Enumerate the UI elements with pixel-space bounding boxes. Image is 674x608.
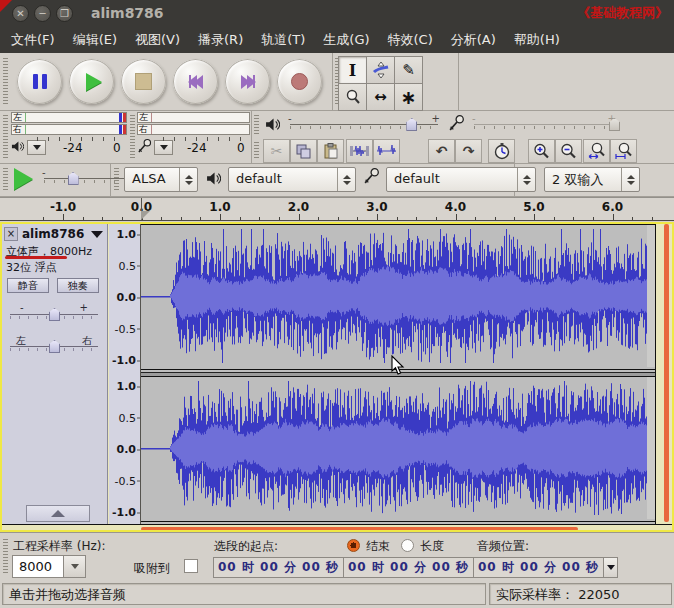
ruler-tick bbox=[43, 217, 44, 220]
selection-start-label: 选段的起点: bbox=[214, 538, 278, 555]
output-volume-thumb[interactable] bbox=[406, 118, 417, 131]
paste-button[interactable] bbox=[317, 139, 344, 163]
transcription-toolbar-grip[interactable] bbox=[2, 165, 9, 194]
record-button[interactable] bbox=[277, 59, 322, 104]
ruler-tick bbox=[436, 217, 437, 220]
ruler-tick bbox=[397, 217, 398, 220]
tools-toolbar: I ✎ ↔ ∗ bbox=[339, 57, 423, 111]
input-channels-combo[interactable]: 2 双输入 bbox=[544, 167, 640, 192]
radio-end[interactable] bbox=[347, 539, 360, 552]
play-speed-slider[interactable]: - + bbox=[44, 170, 136, 186]
redo-button[interactable]: ↷ bbox=[455, 139, 482, 163]
cut-button[interactable]: ✂ bbox=[263, 139, 290, 163]
ruler-tick bbox=[299, 214, 300, 220]
zoom-in-button[interactable] bbox=[528, 139, 555, 163]
output-volume-slider[interactable]: - + bbox=[290, 116, 438, 132]
snap-to-checkbox[interactable] bbox=[184, 559, 198, 573]
timeline-ruler[interactable]: -1.00.01.02.03.04.05.06.0 bbox=[0, 197, 674, 221]
ruler-tick bbox=[416, 217, 417, 220]
project-rate-combo[interactable]: 8000 bbox=[12, 555, 86, 578]
project-rate-value[interactable]: 8000 bbox=[12, 555, 64, 578]
spin-arrows-icon[interactable] bbox=[517, 168, 535, 191]
menu-effect[interactable]: 特效(C) bbox=[379, 27, 442, 53]
microphone-icon bbox=[448, 114, 465, 132]
project-rate-dropdown[interactable] bbox=[64, 555, 86, 578]
record-meter-left-bar: 左 bbox=[137, 112, 250, 123]
time-dropdown-icon[interactable] bbox=[603, 558, 617, 577]
copy-button[interactable] bbox=[290, 139, 317, 163]
record-meter-scale: -24 0 bbox=[137, 136, 250, 158]
time-shift-tool-button[interactable]: ↔ bbox=[366, 83, 395, 111]
record-meter-grip[interactable] bbox=[129, 112, 136, 162]
output-device-combo[interactable]: default bbox=[228, 167, 356, 192]
audio-host-combo[interactable]: ALSA bbox=[124, 167, 198, 192]
ruler-tick bbox=[573, 217, 574, 220]
paste-icon bbox=[323, 143, 338, 159]
audacity-window: ✕ ─ ❐ alim8786 《基础教程网》 文件(F) 编辑(E) 视图(V)… bbox=[0, 0, 674, 608]
ruler-tick bbox=[220, 214, 221, 220]
speaker-icon bbox=[11, 140, 24, 153]
radio-length[interactable] bbox=[401, 539, 414, 552]
pause-button[interactable] bbox=[17, 59, 62, 104]
undo-icon: ↶ bbox=[436, 143, 448, 159]
zoom-out-button[interactable] bbox=[555, 139, 582, 163]
close-window-button[interactable]: ✕ bbox=[12, 5, 29, 22]
play-at-speed-button[interactable] bbox=[14, 168, 33, 190]
silence-audio-button[interactable] bbox=[373, 139, 400, 163]
play-speed-thumb[interactable] bbox=[68, 172, 79, 185]
track-focus-border bbox=[0, 222, 674, 532]
ruler-tick bbox=[318, 217, 319, 220]
input-device-combo[interactable]: default bbox=[386, 167, 536, 192]
audio-position-time[interactable]: 00 时 00 分 00 秒 bbox=[473, 557, 618, 578]
ruler-label: 6.0 bbox=[602, 200, 623, 214]
pencil-icon: ✎ bbox=[402, 61, 415, 79]
record-meter[interactable]: 左 右 -24 0 bbox=[137, 112, 250, 164]
edit-toolbar-grip[interactable] bbox=[253, 139, 260, 163]
title-bar[interactable]: ✕ ─ ❐ alim8786 《基础教程网》 bbox=[0, 0, 674, 26]
selection-tool-button[interactable]: I bbox=[338, 56, 367, 84]
skip-to-end-button[interactable] bbox=[225, 59, 270, 104]
multi-tool-button[interactable]: ∗ bbox=[394, 83, 423, 111]
menu-bar: 文件(F) 编辑(E) 视图(V) 播录(R) 轨道(T) 生成(G) 特效(C… bbox=[0, 26, 674, 54]
draw-tool-button[interactable]: ✎ bbox=[394, 56, 423, 84]
status-bar: 单击并拖动选择音频 实际采样率： 22050 bbox=[0, 580, 674, 608]
maximize-window-button[interactable]: ❐ bbox=[56, 5, 73, 22]
spin-arrows-icon[interactable] bbox=[621, 168, 639, 191]
menu-transport[interactable]: 播录(R) bbox=[189, 27, 252, 53]
playback-meter[interactable]: 左 右 -24 0 bbox=[11, 112, 127, 164]
menu-tracks[interactable]: 轨道(T) bbox=[252, 27, 314, 53]
input-volume-slider[interactable]: - + bbox=[474, 116, 614, 132]
selection-end-time[interactable]: 00 时 00 分 00 秒 bbox=[343, 557, 488, 578]
menu-help[interactable]: 帮助(H) bbox=[505, 27, 569, 53]
menu-analyze[interactable]: 分析(A) bbox=[442, 27, 505, 53]
play-button[interactable] bbox=[69, 59, 114, 104]
playhead-marker[interactable] bbox=[141, 211, 150, 220]
fit-selection-button[interactable] bbox=[583, 139, 610, 163]
minimize-window-button[interactable]: ─ bbox=[34, 5, 51, 22]
playback-meter-grip[interactable] bbox=[2, 112, 9, 162]
fit-project-button[interactable] bbox=[610, 139, 637, 163]
menu-edit[interactable]: 编辑(E) bbox=[64, 27, 126, 53]
selection-start-time[interactable]: 00 时 00 分 00 秒 bbox=[213, 557, 358, 578]
playback-meter-dropdown[interactable] bbox=[27, 140, 46, 155]
selection-toolbar-grip[interactable] bbox=[2, 536, 9, 578]
spin-arrows-icon[interactable] bbox=[179, 168, 197, 191]
menu-view[interactable]: 视图(V) bbox=[126, 27, 189, 53]
transport-toolbar-grip[interactable] bbox=[2, 55, 9, 108]
menu-generate[interactable]: 生成(G) bbox=[314, 27, 378, 53]
spin-arrows-icon[interactable] bbox=[337, 168, 355, 191]
trim-audio-button[interactable] bbox=[346, 139, 373, 163]
undo-button[interactable]: ↶ bbox=[428, 139, 455, 163]
pause-icon bbox=[33, 74, 47, 89]
skip-to-start-button[interactable] bbox=[173, 59, 218, 104]
ruler-tick bbox=[475, 217, 476, 220]
mixer-toolbar-grip[interactable] bbox=[253, 112, 260, 138]
record-meter-dropdown[interactable] bbox=[154, 140, 173, 155]
stop-button[interactable] bbox=[121, 59, 166, 104]
menu-file[interactable]: 文件(F) bbox=[2, 27, 64, 53]
device-toolbar-grip[interactable] bbox=[113, 165, 120, 194]
envelope-tool-button[interactable] bbox=[366, 56, 395, 84]
zoom-tool-button[interactable] bbox=[338, 83, 367, 111]
ruler-tick bbox=[456, 214, 457, 220]
sync-lock-button[interactable] bbox=[488, 139, 515, 163]
